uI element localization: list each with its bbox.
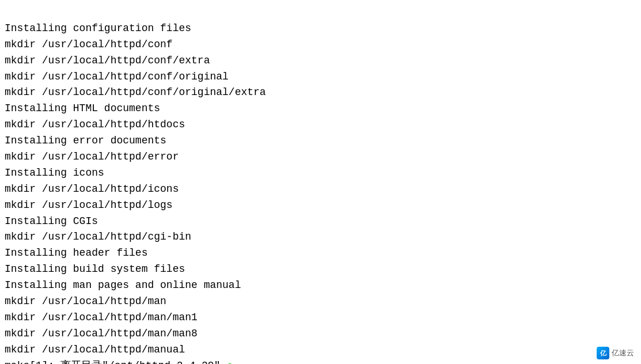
- terminal-line: mkdir /usr/local/httpd/conf/original: [5, 69, 636, 85]
- terminal-line: mkdir /usr/local/httpd/htdocs: [5, 117, 636, 133]
- terminal-line: mkdir /usr/local/httpd/man: [5, 294, 636, 310]
- watermark: 亿 亿速云: [597, 347, 634, 359]
- terminal-line: Installing CGIs: [5, 214, 636, 230]
- terminal-line: mkdir /usr/local/httpd/error: [5, 149, 636, 165]
- terminal-line: mkdir /usr/local/httpd/conf/original/ext…: [5, 85, 636, 101]
- terminal-line: mkdir /usr/local/httpd/man/man1: [5, 310, 636, 326]
- terminal-line: mkdir /usr/local/httpd/manual: [5, 342, 636, 358]
- terminal-line: mkdir /usr/local/httpd/icons: [5, 181, 636, 198]
- terminal-line: mkdir /usr/local/httpd/conf/extra: [5, 53, 636, 69]
- watermark-icon: 亿: [597, 347, 609, 359]
- terminal-line: mkdir /usr/local/httpd/conf: [5, 37, 636, 53]
- terminal-output: Installing configuration filesmkdir /usr…: [0, 0, 641, 364]
- terminal-line: make[1]: 离开目录"/opt/httpd-2.4.29": [5, 358, 636, 364]
- terminal-line: mkdir /usr/local/httpd/man/man8: [5, 326, 636, 342]
- terminal-line: Installing build system files: [5, 261, 636, 278]
- watermark-label: 亿速云: [612, 348, 634, 358]
- terminal-line: Installing icons: [5, 165, 636, 181]
- terminal-line: Installing configuration files: [5, 21, 636, 37]
- terminal-line: mkdir /usr/local/httpd/cgi-bin: [5, 229, 636, 245]
- terminal-line: Installing HTML documents: [5, 101, 636, 117]
- terminal-line: Installing error documents: [5, 133, 636, 149]
- terminal-line: Installing header files: [5, 245, 636, 261]
- terminal-line: Installing man pages and online manual: [5, 278, 636, 294]
- terminal-line: mkdir /usr/local/httpd/logs: [5, 198, 636, 214]
